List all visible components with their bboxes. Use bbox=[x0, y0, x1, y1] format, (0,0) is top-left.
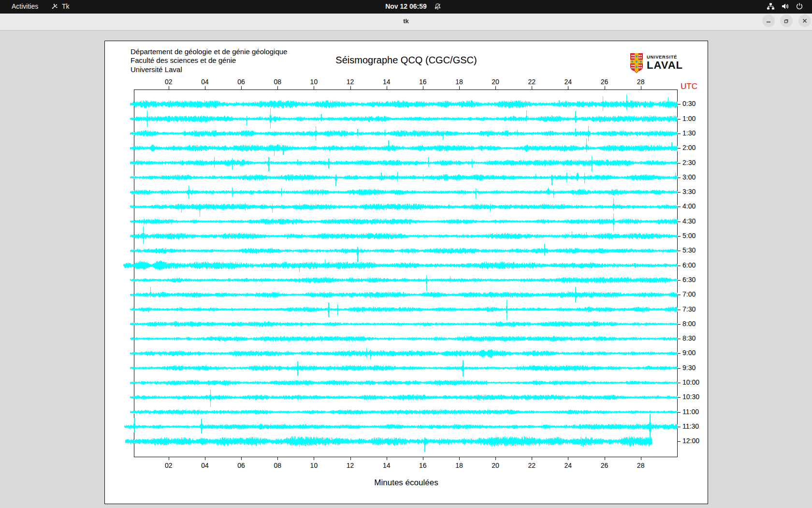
seismograph-canvas: Département de géologie et de génie géol… bbox=[104, 41, 708, 504]
x-tick-top bbox=[459, 86, 460, 90]
x-tick-label-top: 18 bbox=[450, 78, 469, 86]
x-tick-label-top: 24 bbox=[558, 78, 578, 86]
x-tick-top bbox=[387, 86, 387, 90]
volume-icon bbox=[781, 2, 789, 10]
laval-shield-icon bbox=[630, 53, 643, 74]
system-tray[interactable] bbox=[767, 2, 803, 10]
x-tick-label-top: 02 bbox=[159, 78, 178, 86]
x-tick-top bbox=[605, 86, 605, 90]
x-tick-top bbox=[314, 86, 314, 90]
utc-axis-label: UTC bbox=[681, 82, 697, 91]
utc-time-label: 12:00 bbox=[682, 437, 707, 445]
x-tick-label-bottom: 20 bbox=[486, 462, 505, 469]
utc-time-label: 6:00 bbox=[682, 261, 707, 269]
utc-time-label: 3:30 bbox=[682, 188, 707, 195]
university-laval-logo: UNIVERSITÉ LAVAL bbox=[630, 53, 683, 74]
x-tick-label-bottom: 22 bbox=[522, 462, 541, 469]
header-line-3: Université Laval bbox=[130, 65, 287, 74]
x-tick-label-bottom: 24 bbox=[558, 462, 578, 469]
x-tick-label-top: 10 bbox=[304, 78, 323, 86]
x-tick-label-top: 14 bbox=[377, 78, 396, 86]
utc-time-label: 7:00 bbox=[682, 290, 707, 298]
x-tick-label-top: 06 bbox=[232, 78, 251, 86]
traces-canvas bbox=[122, 90, 683, 458]
utc-time-label: 10:00 bbox=[682, 378, 707, 386]
window-title-bar: tk bbox=[0, 14, 812, 30]
notifications-off-icon bbox=[434, 3, 441, 10]
x-tick-top bbox=[423, 86, 423, 90]
utc-time-label: 9:00 bbox=[682, 349, 707, 357]
x-tick-label-bottom: 04 bbox=[195, 462, 215, 469]
x-tick-top bbox=[532, 86, 532, 90]
utc-time-label: 11:30 bbox=[682, 422, 707, 430]
x-tick-label-bottom: 18 bbox=[450, 462, 469, 469]
x-tick-top bbox=[241, 86, 242, 90]
minimize-button[interactable] bbox=[762, 15, 775, 27]
x-tick-label-bottom: 28 bbox=[631, 462, 651, 469]
x-tick-label-bottom: 12 bbox=[341, 462, 360, 469]
chart-title: Séismographe QCQ (CGC/GSC) bbox=[105, 55, 708, 66]
logo-text-laval: LAVAL bbox=[647, 60, 683, 71]
utc-time-label: 6:30 bbox=[682, 276, 707, 284]
clock-label[interactable]: Nov 12 06:59 bbox=[385, 2, 427, 10]
x-tick-label-top: 20 bbox=[486, 78, 505, 86]
utc-time-label: 11:00 bbox=[682, 408, 707, 416]
x-tick-top bbox=[495, 86, 496, 90]
network-wired-icon bbox=[767, 2, 775, 10]
x-tick-label-top: 04 bbox=[195, 78, 215, 86]
window-title: tk bbox=[0, 17, 812, 25]
utc-time-label: 4:00 bbox=[682, 202, 707, 210]
utc-time-label: 2:00 bbox=[682, 144, 707, 151]
utc-time-label: 7:30 bbox=[682, 305, 707, 313]
x-tick-label-bottom: 02 bbox=[159, 462, 178, 469]
x-tick-label-top: 26 bbox=[595, 78, 614, 86]
utc-time-label: 1:00 bbox=[682, 115, 707, 122]
utc-time-label: 5:00 bbox=[682, 232, 707, 239]
utc-time-label: 8:30 bbox=[682, 334, 707, 342]
x-axis-label: Minutes écoulées bbox=[105, 478, 708, 488]
x-tick-label-bottom: 14 bbox=[377, 462, 396, 469]
x-tick-top bbox=[350, 86, 351, 90]
x-tick-top bbox=[205, 86, 205, 90]
utc-time-label: 4:30 bbox=[682, 217, 707, 225]
x-tick-top bbox=[641, 86, 641, 90]
x-tick-label-bottom: 06 bbox=[232, 462, 251, 469]
utc-time-label: 1:30 bbox=[682, 129, 707, 137]
restore-button[interactable] bbox=[780, 15, 793, 27]
utc-time-label: 0:30 bbox=[682, 100, 707, 107]
x-tick-label-bottom: 10 bbox=[304, 462, 323, 469]
close-button[interactable] bbox=[798, 15, 811, 27]
utc-time-label: 8:00 bbox=[682, 320, 707, 328]
utc-time-label: 9:30 bbox=[682, 364, 707, 372]
x-tick-label-top: 22 bbox=[522, 78, 541, 86]
x-tick-label-bottom: 08 bbox=[268, 462, 287, 469]
x-tick-label-bottom: 26 bbox=[595, 462, 614, 469]
x-tick-label-top: 12 bbox=[341, 78, 360, 86]
utc-time-label: 2:30 bbox=[682, 159, 707, 166]
utc-time-label: 3:00 bbox=[682, 173, 707, 181]
x-tick-label-top: 08 bbox=[268, 78, 287, 86]
x-tick-label-top: 28 bbox=[631, 78, 651, 86]
utc-time-label: 5:30 bbox=[682, 246, 707, 254]
x-tick-top bbox=[277, 86, 278, 90]
x-tick-top bbox=[568, 86, 568, 90]
gnome-top-bar: Activities Tk Nov 12 06:59 bbox=[0, 0, 812, 14]
x-tick-label-top: 16 bbox=[413, 78, 433, 86]
x-tick-top bbox=[169, 86, 169, 90]
power-icon bbox=[796, 2, 803, 10]
x-tick-label-bottom: 16 bbox=[413, 462, 433, 469]
utc-time-label: 10:30 bbox=[682, 393, 707, 401]
